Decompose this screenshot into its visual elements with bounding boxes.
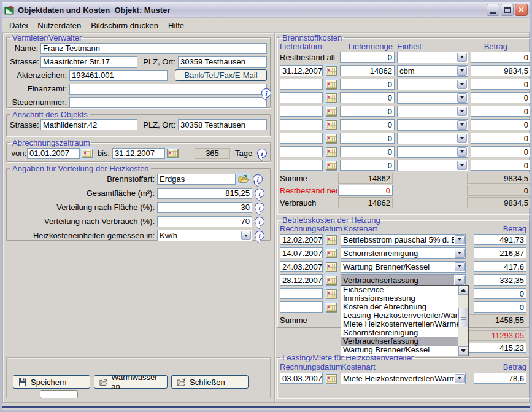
betrag-field[interactable]: 0: [471, 160, 531, 171]
lieferdatum-field[interactable]: [280, 92, 323, 103]
menu-datei[interactable]: Datei: [4, 19, 33, 32]
plz-ort-field[interactable]: 30359 Testhausen: [178, 56, 267, 68]
calendar-button[interactable]: [324, 64, 338, 77]
calendar-button[interactable]: [324, 301, 338, 314]
aktenzeichen-field[interactable]: 193461.001: [69, 70, 168, 81]
verteilung-flaeche-field[interactable]: 30: [157, 202, 252, 213]
betrag-field[interactable]: 491,73: [474, 234, 526, 245]
betrag-field[interactable]: 0: [471, 133, 531, 144]
bank-tel-fax-email-button[interactable]: Bank/Tel./Fax/E-Mail: [175, 69, 267, 81]
calendar-button[interactable]: [324, 233, 338, 246]
chevron-down-icon[interactable]: [455, 276, 465, 285]
close-button[interactable]: ✕: [515, 4, 528, 16]
kostenart-select[interactable]: Verbrauchserfassung: [341, 274, 466, 286]
lieferdatum-field[interactable]: [280, 160, 323, 171]
calendar-button[interactable]: [324, 159, 338, 172]
von-field[interactable]: 01.01.2007: [27, 148, 80, 159]
chevron-down-icon[interactable]: [457, 134, 467, 143]
info-icon[interactable]: i: [255, 231, 264, 240]
rechnungsdatum-field[interactable]: 12.02.2007: [280, 234, 323, 245]
dropdown-option[interactable]: Kosten der Abrechnung: [341, 303, 458, 311]
info-icon[interactable]: i: [261, 88, 271, 98]
betrag-field[interactable]: 216,87: [474, 247, 526, 258]
calendar-button[interactable]: [324, 91, 338, 104]
small-input[interactable]: [40, 390, 78, 398]
liefermenge-field[interactable]: 0: [340, 79, 395, 90]
restbestand-neu-field[interactable]: 0: [338, 185, 393, 196]
info-icon[interactable]: i: [255, 217, 264, 226]
dropdown-option[interactable]: Wartung Brenner/Kessel: [341, 346, 458, 354]
calendar-button[interactable]: [324, 247, 338, 260]
brennstoffart-browse-button[interactable]: [236, 173, 250, 185]
restbestand-alt-menge-field[interactable]: 0: [340, 52, 395, 63]
kostenart-select[interactable]: Betriebsstrom pauschal 5% d. B: [341, 234, 466, 246]
close-form-button[interactable]: Schließen: [171, 375, 249, 389]
scroll-up-button[interactable]: [458, 286, 468, 295]
chevron-down-icon[interactable]: [457, 53, 467, 62]
lieferdatum-field[interactable]: [280, 146, 323, 157]
dropdown-scrollbar[interactable]: [458, 286, 468, 356]
betrag-field[interactable]: 0: [471, 79, 531, 90]
betrag-field[interactable]: 0: [471, 119, 531, 130]
liefermenge-field[interactable]: 0: [340, 133, 395, 144]
dropdown-option[interactable]: Miete Heizkostenverteiler/Wärme: [341, 320, 458, 328]
info-icon[interactable]: i: [255, 189, 264, 198]
chevron-down-icon[interactable]: [241, 231, 251, 240]
von-calendar-button[interactable]: [80, 147, 94, 160]
betrag-field[interactable]: 9834,5: [471, 65, 531, 76]
betrag-field[interactable]: 0: [471, 106, 531, 117]
calendar-button[interactable]: [324, 274, 338, 287]
einheit-select[interactable]: [397, 52, 468, 63]
info-icon[interactable]: i: [257, 149, 267, 158]
calendar-button[interactable]: [324, 287, 338, 300]
rechnungsdatum-field[interactable]: 24.03.2007: [280, 261, 323, 272]
menu-bildschirm-drucken[interactable]: Bildschirm drucken: [86, 19, 163, 32]
chevron-down-icon[interactable]: [457, 161, 467, 170]
einheit-select[interactable]: [397, 106, 468, 117]
einheit-select[interactable]: [397, 119, 468, 131]
rechnungsdatum-field[interactable]: 28.12.2007: [280, 274, 323, 286]
kostenart-select[interactable]: Schornsteinreinigung: [341, 247, 466, 259]
rechnungsdatum-field[interactable]: 03.03.2007: [280, 373, 323, 384]
lieferdatum-field[interactable]: [280, 106, 323, 117]
save-button[interactable]: Speichern: [13, 375, 90, 389]
betrag-field[interactable]: 417,6: [474, 261, 526, 272]
lieferdatum-field[interactable]: [280, 79, 323, 90]
einheit-select[interactable]: [397, 146, 468, 158]
maximize-button[interactable]: [501, 4, 514, 16]
chevron-down-icon[interactable]: [457, 80, 467, 89]
chevron-down-icon[interactable]: [455, 249, 465, 258]
menu-nutzerdaten[interactable]: Nutzerdaten: [33, 19, 86, 32]
scroll-down-button[interactable]: [458, 346, 468, 356]
calendar-button[interactable]: [324, 119, 338, 131]
calendar-button[interactable]: [324, 146, 338, 158]
chevron-down-icon[interactable]: [457, 93, 467, 103]
dropdown-option[interactable]: Schornsteinreinigung: [341, 328, 458, 337]
chevron-down-icon[interactable]: [457, 107, 467, 116]
menu-hilfe[interactable]: Hilfe: [163, 19, 189, 32]
calendar-button[interactable]: [324, 78, 338, 91]
lieferdatum-field[interactable]: 31.12.2007: [280, 65, 323, 76]
lieferdatum-field[interactable]: [280, 119, 323, 130]
chevron-down-icon[interactable]: [455, 235, 465, 244]
minimize-button[interactable]: [487, 4, 499, 16]
kostenart-select[interactable]: Wartung Brenner/Kessel: [341, 261, 466, 273]
liefermenge-field[interactable]: 14862: [340, 65, 395, 76]
warmwasser-button[interactable]: Warmwasser an: [94, 375, 168, 389]
title-bar[interactable]: Objektdaten und Kosten Objekt: Muster ✕: [2, 2, 530, 18]
chevron-down-icon[interactable]: [457, 147, 467, 157]
liefermenge-field[interactable]: 0: [340, 119, 395, 130]
calendar-button[interactable]: [324, 105, 338, 118]
untere-summe-field[interactable]: 415,23: [459, 343, 526, 353]
lieferdatum-field[interactable]: [280, 133, 323, 144]
calendar-button[interactable]: [324, 372, 338, 385]
dropdown-option[interactable]: Leasing Heizkostenverteiler/Wärme: [341, 311, 458, 320]
betrag-field[interactable]: 332,35: [474, 274, 526, 286]
verteilung-verbrauch-field[interactable]: 70: [157, 216, 252, 227]
chevron-down-icon[interactable]: [455, 374, 465, 383]
liefermenge-field[interactable]: 0: [340, 92, 395, 103]
liefermenge-field[interactable]: 0: [340, 106, 395, 117]
einheit-select[interactable]: Kw/h: [157, 230, 252, 241]
chevron-down-icon[interactable]: [455, 262, 465, 271]
steuernummer-field[interactable]: [69, 97, 267, 108]
